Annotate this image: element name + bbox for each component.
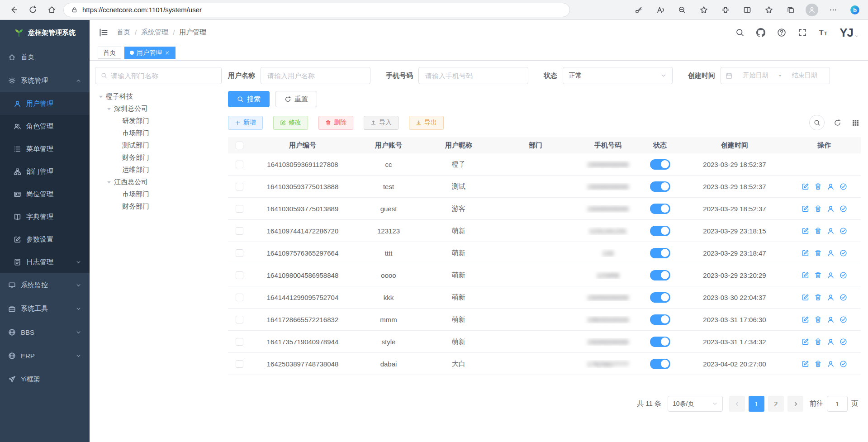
caret-down-icon[interactable] xyxy=(106,106,112,112)
row-delete-button[interactable] xyxy=(814,294,822,301)
row-reset-password-button[interactable] xyxy=(827,360,835,368)
next-page-button[interactable] xyxy=(787,396,803,412)
status-toggle[interactable] xyxy=(650,292,670,303)
browser-refresh-button[interactable] xyxy=(25,3,40,17)
refresh-table-button[interactable] xyxy=(832,117,843,128)
row-edit-button[interactable] xyxy=(802,227,809,235)
row-reset-password-button[interactable] xyxy=(827,316,835,323)
row-reset-password-button[interactable] xyxy=(827,271,835,279)
row-edit-button[interactable] xyxy=(802,294,809,301)
select-all-checkbox[interactable] xyxy=(236,142,243,149)
sidebar-item-yi[interactable]: Yi框架 xyxy=(0,367,90,391)
row-checkbox[interactable] xyxy=(236,249,243,257)
row-edit-button[interactable] xyxy=(802,205,809,213)
sidebar-item-dept[interactable]: 部门管理 xyxy=(0,160,90,183)
tree-node[interactable]: 江西总公司 xyxy=(95,176,222,188)
breadcrumb-home[interactable]: 首页 xyxy=(117,28,130,37)
page-size-select[interactable]: 10条/页 xyxy=(668,396,723,412)
sidebar-item-dict[interactable]: 字典管理 xyxy=(0,205,90,228)
sidebar-item-bbs[interactable]: BBS xyxy=(0,320,90,344)
row-reset-password-button[interactable] xyxy=(827,338,835,346)
row-checkbox[interactable] xyxy=(236,360,243,368)
import-button[interactable]: 导入 xyxy=(364,116,398,130)
close-tab-icon[interactable] xyxy=(165,50,170,56)
sidebar-item-monitor[interactable]: 系统监控 xyxy=(0,273,90,297)
zoom-button[interactable] xyxy=(675,3,689,17)
sidebar-item-post[interactable]: 岗位管理 xyxy=(0,183,90,205)
breadcrumb-system[interactable]: 系统管理 xyxy=(141,28,168,37)
row-checkbox[interactable] xyxy=(236,227,243,235)
phone-input[interactable] xyxy=(418,67,528,84)
favorites-bar-button[interactable] xyxy=(762,3,776,17)
tree-node[interactable]: 运维部门 xyxy=(95,164,222,176)
tab-home[interactable]: 首页 xyxy=(98,47,121,59)
read-aloud-button[interactable] xyxy=(654,3,667,17)
status-toggle[interactable] xyxy=(650,337,670,347)
sidebar-item-erp[interactable]: ERP xyxy=(0,344,90,367)
tree-node[interactable]: 财务部门 xyxy=(95,200,222,213)
sidebar-item-system[interactable]: 系统管理 xyxy=(0,69,90,92)
status-toggle[interactable] xyxy=(650,359,670,369)
row-delete-button[interactable] xyxy=(814,360,822,368)
row-reset-password-button[interactable] xyxy=(827,183,835,190)
bing-button[interactable]: b xyxy=(848,3,862,17)
sidebar-item-config[interactable]: 参数设置 xyxy=(0,228,90,251)
prev-page-button[interactable] xyxy=(729,396,745,412)
row-edit-button[interactable] xyxy=(802,338,809,346)
tree-node[interactable]: 财务部门 xyxy=(95,152,222,164)
row-checkbox[interactable] xyxy=(236,316,243,323)
status-toggle[interactable] xyxy=(650,159,670,170)
row-assign-role-button[interactable] xyxy=(840,249,847,257)
address-bar[interactable]: https://ccnetcore.com:1101/system/user xyxy=(63,3,570,17)
username-input[interactable] xyxy=(261,67,370,84)
caret-down-icon[interactable] xyxy=(106,179,112,185)
browser-back-button[interactable] xyxy=(6,3,21,17)
row-checkbox[interactable] xyxy=(236,338,243,346)
status-toggle[interactable] xyxy=(650,270,670,280)
browser-home-button[interactable] xyxy=(44,3,59,17)
search-button[interactable]: 搜索 xyxy=(228,91,270,107)
row-checkbox[interactable] xyxy=(236,161,243,168)
fullscreen-icon[interactable] xyxy=(798,28,807,37)
row-delete-button[interactable] xyxy=(814,316,822,323)
row-assign-role-button[interactable] xyxy=(840,338,847,346)
sidebar-item-user[interactable]: 用户管理 xyxy=(0,92,90,115)
row-assign-role-button[interactable] xyxy=(840,227,847,235)
row-reset-password-button[interactable] xyxy=(827,249,835,257)
row-assign-role-button[interactable] xyxy=(840,205,847,213)
row-edit-button[interactable] xyxy=(802,271,809,279)
tree-node[interactable]: 市场部门 xyxy=(95,127,222,139)
row-delete-button[interactable] xyxy=(814,227,822,235)
row-assign-role-button[interactable] xyxy=(840,271,847,279)
row-checkbox[interactable] xyxy=(236,205,243,213)
status-toggle[interactable] xyxy=(650,226,670,236)
page-2-button[interactable]: 2 xyxy=(768,396,784,412)
extensions-button[interactable] xyxy=(719,3,732,17)
reset-button[interactable]: 重置 xyxy=(275,91,317,107)
row-reset-password-button[interactable] xyxy=(827,205,835,213)
sidebar-item-tool[interactable]: 系统工具 xyxy=(0,297,90,320)
goto-page-input[interactable] xyxy=(827,396,848,412)
profile-avatar[interactable] xyxy=(806,4,818,16)
status-toggle[interactable] xyxy=(650,248,670,258)
date-range-picker[interactable]: 开始日期 - 结束日期 xyxy=(721,67,830,84)
delete-button[interactable]: 删除 xyxy=(318,116,353,130)
row-delete-button[interactable] xyxy=(814,271,822,279)
tree-node[interactable]: 深圳总公司 xyxy=(95,103,222,115)
row-delete-button[interactable] xyxy=(814,249,822,257)
tab-user-management[interactable]: 用户管理 xyxy=(124,47,175,59)
row-checkbox[interactable] xyxy=(236,271,243,279)
status-toggle[interactable] xyxy=(650,181,670,192)
font-size-icon[interactable]: TT xyxy=(819,28,828,37)
row-edit-button[interactable] xyxy=(802,360,809,368)
row-assign-role-button[interactable] xyxy=(840,316,847,323)
add-button[interactable]: 新增 xyxy=(228,116,263,130)
sidebar-item-home[interactable]: 首页 xyxy=(0,45,90,69)
tree-node[interactable]: 测试部门 xyxy=(95,139,222,152)
collapse-sidebar-icon[interactable] xyxy=(99,28,109,38)
caret-down-icon[interactable] xyxy=(98,94,104,100)
status-toggle[interactable] xyxy=(650,204,670,214)
row-delete-button[interactable] xyxy=(814,205,822,213)
row-assign-role-button[interactable] xyxy=(840,183,847,190)
sidebar-item-role[interactable]: 角色管理 xyxy=(0,115,90,138)
